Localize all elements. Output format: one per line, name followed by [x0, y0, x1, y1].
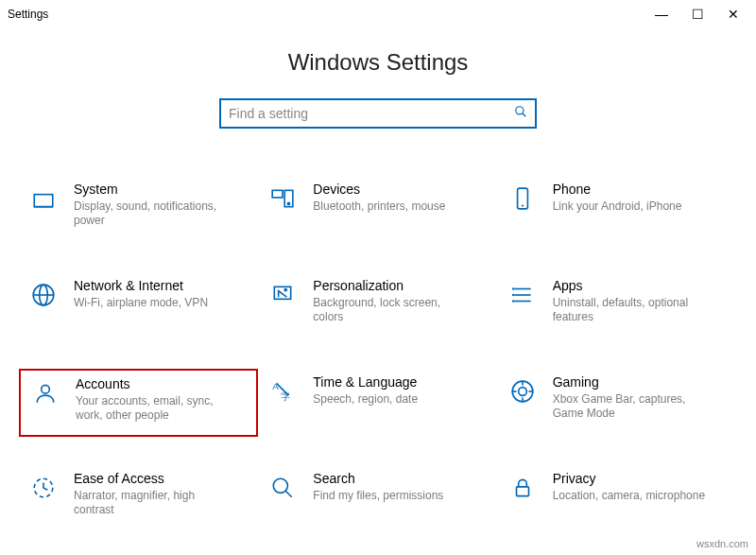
close-button[interactable]: ✕: [726, 7, 741, 22]
tile-apps[interactable]: AppsUninstall, defaults, optional featur…: [498, 272, 737, 340]
maximize-button[interactable]: ☐: [690, 7, 705, 22]
tile-search[interactable]: SearchFind my files, permissions: [258, 465, 497, 533]
tile-network[interactable]: Network & InternetWi-Fi, airplane mode, …: [19, 272, 258, 340]
search-wrap: [0, 98, 756, 129]
tile-devices[interactable]: DevicesBluetooth, printers, mouse: [258, 176, 497, 244]
settings-grid: SystemDisplay, sound, notifications, pow…: [0, 129, 756, 533]
network-icon: [26, 278, 60, 312]
tile-text: SystemDisplay, sound, notifications, pow…: [74, 182, 234, 229]
tile-text: PhoneLink your Android, iPhone: [553, 182, 682, 214]
tile-text: Network & InternetWi-Fi, airplane mode, …: [74, 278, 208, 310]
phone-icon: [506, 182, 540, 216]
tile-text: PrivacyLocation, camera, microphone: [553, 471, 705, 503]
devices-icon: [266, 182, 300, 216]
apps-icon: [506, 278, 540, 312]
tile-title: Search: [313, 471, 443, 487]
tile-personalization[interactable]: PersonalizationBackground, lock screen, …: [258, 272, 497, 340]
tile-title: Network & Internet: [74, 278, 208, 294]
tile-desc: Link your Android, iPhone: [553, 199, 682, 215]
tile-desc: Speech, region, date: [313, 392, 418, 408]
tile-desc: Find my files, permissions: [313, 489, 443, 504]
tile-title: Time & Language: [313, 374, 418, 390]
tile-title: Apps: [553, 278, 713, 294]
page-title: Windows Settings: [0, 49, 756, 76]
tile-gaming[interactable]: GamingXbox Game Bar, captures, Game Mode: [498, 369, 737, 437]
tile-desc: Background, lock screen, colors: [313, 296, 473, 325]
tile-desc: Bluetooth, printers, mouse: [313, 199, 445, 215]
tile-title: Devices: [313, 182, 445, 198]
tile-text: DevicesBluetooth, printers, mouse: [313, 182, 445, 214]
tile-title: Ease of Access: [74, 471, 234, 487]
tile-text: AccountsYour accounts, email, sync, work…: [76, 376, 236, 424]
tile-text: Time & LanguageSpeech, region, date: [313, 374, 418, 407]
search-icon: [266, 471, 300, 505]
tile-desc: Wi-Fi, airplane mode, VPN: [74, 296, 208, 311]
window-title: Settings: [8, 8, 48, 21]
titlebar: Settings — ☐ ✕: [0, 0, 756, 28]
tile-text: GamingXbox Game Bar, captures, Game Mode: [553, 374, 713, 422]
search-input[interactable]: [229, 106, 514, 121]
tile-desc: Narrator, magnifier, high contrast: [74, 489, 234, 518]
tile-privacy[interactable]: PrivacyLocation, camera, microphone: [498, 465, 737, 533]
tile-text: AppsUninstall, defaults, optional featur…: [553, 278, 713, 325]
tile-desc: Xbox Game Bar, captures, Game Mode: [553, 392, 713, 422]
tile-title: Personalization: [313, 278, 473, 294]
tile-system[interactable]: SystemDisplay, sound, notifications, pow…: [19, 176, 258, 244]
tile-desc: Location, camera, microphone: [553, 489, 705, 504]
personalization-icon: [266, 278, 300, 312]
privacy-icon: [506, 471, 540, 505]
svg-point-0: [516, 107, 524, 114]
tile-desc: Your accounts, email, sync, work, other …: [76, 394, 236, 424]
tile-accounts[interactable]: AccountsYour accounts, email, sync, work…: [19, 369, 258, 437]
ease-icon: [26, 471, 60, 505]
tile-title: Phone: [553, 182, 682, 198]
tile-ease[interactable]: Ease of AccessNarrator, magnifier, high …: [19, 465, 258, 533]
gaming-icon: [506, 374, 540, 408]
watermark: wsxdn.com: [696, 538, 748, 549]
search-icon[interactable]: [514, 105, 527, 122]
tile-time[interactable]: Time & LanguageSpeech, region, date: [258, 369, 497, 437]
tile-title: System: [74, 182, 234, 198]
time-icon: [266, 374, 300, 408]
tile-title: Accounts: [76, 376, 236, 392]
accounts-icon: [28, 376, 62, 410]
svg-line-1: [523, 113, 526, 117]
titlebar-controls: — ☐ ✕: [654, 7, 748, 22]
tile-title: Privacy: [553, 471, 705, 487]
tile-desc: Display, sound, notifications, power: [74, 199, 234, 229]
tile-text: SearchFind my files, permissions: [313, 471, 443, 503]
tile-desc: Uninstall, defaults, optional features: [553, 296, 713, 325]
tile-text: PersonalizationBackground, lock screen, …: [313, 278, 473, 325]
system-icon: [26, 182, 60, 216]
tile-text: Ease of AccessNarrator, magnifier, high …: [74, 471, 234, 518]
search-box[interactable]: [219, 98, 537, 129]
tile-title: Gaming: [553, 374, 713, 390]
minimize-button[interactable]: —: [654, 7, 669, 22]
tile-phone[interactable]: PhoneLink your Android, iPhone: [498, 176, 737, 244]
